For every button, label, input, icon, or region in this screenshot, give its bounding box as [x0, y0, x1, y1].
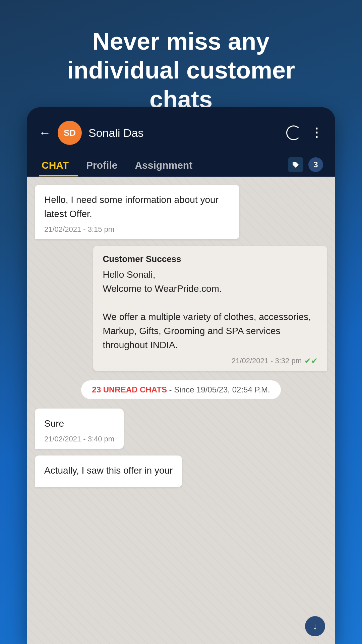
- chat-wrapper: Hello, I need some information about you…: [27, 177, 335, 644]
- bubble-outgoing-1: Customer Success Hello Sonali,Welcome to…: [93, 246, 327, 371]
- header-icons: ⋮: [286, 125, 323, 140]
- tab-chat[interactable]: CHAT: [39, 153, 78, 176]
- msg-time-3: 21/02/2021 - 3:40 pm: [44, 435, 114, 443]
- hero-title: Never miss any individual customer chats: [20, 27, 342, 114]
- msg-time-2: 21/02/2021 - 3:32 pm: [232, 357, 302, 365]
- app-header: ← SD Sonali Das ⋮: [27, 107, 335, 153]
- message-incoming-3: Actually, I saw this offer in your: [35, 455, 182, 487]
- avatar: SD: [58, 121, 82, 145]
- message-incoming-2: Sure 21/02/2021 - 3:40 pm: [35, 409, 124, 449]
- more-options-icon[interactable]: ⋮: [310, 126, 323, 140]
- tabs-bar: CHAT Profile Assignment 3: [27, 153, 335, 177]
- back-button[interactable]: ←: [39, 126, 51, 140]
- unread-count: 23 UNREAD CHATS: [92, 385, 167, 394]
- scroll-down-button[interactable]: ↓: [305, 616, 325, 636]
- double-check-icon: ✔✔: [304, 356, 318, 366]
- tab-assignment[interactable]: Assignment: [132, 153, 202, 176]
- bubble-incoming-1: Hello, I need some information about you…: [35, 185, 239, 239]
- msg-text-2: Hello Sonali,Welcome to WearPride.com.We…: [103, 268, 318, 352]
- msg-sender-1: Customer Success: [103, 254, 318, 264]
- tab-profile[interactable]: Profile: [83, 153, 127, 176]
- refresh-icon[interactable]: [286, 125, 301, 140]
- msg-text-1: Hello, I need some information about you…: [44, 193, 230, 221]
- tag-shape-icon: [292, 161, 300, 169]
- chat-messages: Hello, I need some information about you…: [27, 177, 335, 495]
- badge-count: 3: [308, 157, 323, 172]
- msg-time-1: 21/02/2021 - 3:15 pm: [44, 225, 230, 234]
- msg-text-3: Sure: [44, 417, 114, 431]
- bubble-incoming-3: Actually, I saw this offer in your: [35, 455, 182, 487]
- unread-banner: 23 UNREAD CHATS - Since 19/05/23, 02:54 …: [81, 380, 281, 399]
- tag-icon[interactable]: [288, 157, 303, 172]
- contact-name: Sonali Das: [88, 126, 280, 140]
- phone-mockup: ← SD Sonali Das ⋮ CHAT Profile Assignmen…: [27, 107, 335, 644]
- message-incoming-1: Hello, I need some information about you…: [35, 185, 239, 239]
- svg-point-0: [294, 163, 295, 164]
- bubble-incoming-2: Sure 21/02/2021 - 3:40 pm: [35, 409, 124, 449]
- msg-footer-1: 21/02/2021 - 3:32 pm ✔✔: [103, 356, 318, 366]
- unread-suffix: - Since 19/05/23, 02:54 P.M.: [169, 385, 270, 394]
- msg-text-4: Actually, I saw this offer in your: [44, 464, 173, 478]
- message-outgoing-1: Customer Success Hello Sonali,Welcome to…: [93, 246, 327, 371]
